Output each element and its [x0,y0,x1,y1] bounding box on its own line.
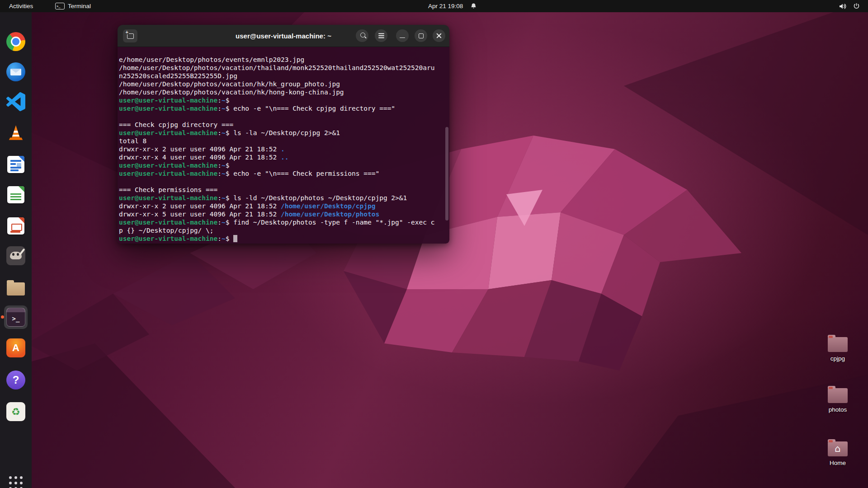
thunderbird-icon [6,62,25,81]
terminal-line: user@user-virtual-machine:~$ ls -la ~/De… [119,129,449,137]
vscode-icon [6,92,25,113]
gimp-icon [6,246,25,265]
activities-button[interactable]: Activities [6,0,36,12]
terminal-line: drwxr-xr-x 4 user user 4096 Apr 21 18:52… [119,153,449,161]
focused-app-label: Terminal [68,3,91,9]
menu-button[interactable] [375,29,387,42]
terminal-window: user@user-virtual-machine: ~ e/home/user… [118,25,449,244]
new-tab-icon [127,33,134,39]
hamburger-menu-icon [378,35,384,36]
libreoffice-writer-icon [6,155,25,174]
window-titlebar[interactable]: user@user-virtual-machine: ~ [118,25,449,47]
terminal-line: user@user-virtual-machine:~$ [119,235,449,243]
terminal-icon: >_ [6,308,25,327]
maximize-icon [419,33,424,38]
volume-icon [839,3,847,10]
dock-item-ubuntu-software[interactable]: A [3,335,28,361]
vlc-icon [6,123,25,144]
terminal-cursor [233,235,237,242]
dock-item-vscode[interactable] [3,90,28,115]
terminal-scrollbar[interactable] [445,127,448,221]
terminal-line: p {} ~/Desktop/cpjpg/ \; [119,226,449,235]
clock-label: Apr 21 19:08 [428,3,463,9]
dock-item-libreoffice-impress[interactable] [3,213,28,239]
folder-icon [828,388,848,403]
show-apps-icon [9,476,23,488]
system-tray[interactable] [837,0,862,12]
terminal-line: drwxr-xr-x 2 user user 4096 Apr 21 18:52… [119,202,449,210]
dock: >_A?♻ [0,12,32,488]
desktop-icon-label: photos [829,406,847,413]
terminal-line: user@user-virtual-machine:~$ echo -e "\n… [119,169,449,178]
terminal-line: /home/user/Desktop/photos/vacation/hk/ho… [119,88,449,96]
home-folder-icon: ⌂ [828,441,848,456]
dock-item-help[interactable]: ? [3,367,28,393]
desktop-icon-label: Home [830,460,846,466]
dock-item-gimp[interactable] [3,243,28,268]
dock-item-vlc[interactable] [3,121,28,146]
terminal-app-icon: >_ [55,3,65,9]
terminal-line: user@user-virtual-machine:~$ ls -ld ~/De… [119,194,449,202]
activities-label: Activities [9,3,33,9]
dock-item-show-apps[interactable] [3,470,28,488]
terminal-line: n252520scaled25255B225255D.jpg [119,72,449,80]
terminal-line: /home/user/Desktop/photos/vacation/hk/hk… [119,80,449,88]
search-button[interactable] [356,29,368,42]
dock-item-libreoffice-writer[interactable] [3,152,28,177]
desktop-icon-home[interactable]: ⌂Home [815,439,860,466]
ubuntu-software-icon: A [6,338,25,357]
terminal-line: total 8 [119,137,449,145]
top-bar: Activities >_ Terminal Apr 21 19:08 [0,0,868,12]
terminal-output[interactable]: e/home/user/Desktop/photos/events/emnlp2… [118,47,449,244]
terminal-line: /home/user/Desktop/photos/vacation/thail… [119,64,449,72]
desktop-screen: Activities >_ Terminal Apr 21 19:08 >_A?… [0,0,868,488]
terminal-line: === Check cpjpg directory === [119,121,449,129]
help-icon: ? [6,371,25,389]
terminal-line: user@user-virtual-machine:~$ echo -e "\n… [119,104,449,113]
chrome-icon [6,32,25,51]
notification-bell-icon [470,3,477,9]
clock-button[interactable]: Apr 21 19:08 [428,0,477,12]
new-tab-button[interactable] [123,29,137,42]
minimize-button[interactable] [396,29,409,42]
terminal-line [119,113,449,121]
terminal-line: e/home/user/Desktop/photos/events/emnlp2… [119,56,449,64]
close-button[interactable] [433,29,445,42]
power-icon [853,3,860,9]
close-icon [436,33,442,39]
desktop-icon-label: cpjpg [830,355,845,362]
terminal-line [119,178,449,186]
folder-emblem [829,387,833,389]
terminal-line: user@user-virtual-machine:~$ [119,96,449,104]
folder-icon [828,337,848,352]
terminal-line: drwxr-xr-x 2 user user 4096 Apr 21 18:52… [119,145,449,153]
terminal-line: user@user-virtual-machine:~$ [119,161,449,169]
terminal-line: user@user-virtual-machine:~$ find ~/Desk… [119,218,449,226]
dock-item-terminal[interactable]: >_ [3,305,28,330]
running-indicator [1,315,4,319]
dock-item-chrome[interactable] [3,29,28,54]
libreoffice-impress-icon [6,216,25,235]
maximize-button[interactable] [415,29,427,42]
desktop-icon-cpjpg[interactable]: cpjpg [815,334,860,362]
dock-item-libreoffice-calc[interactable] [3,182,28,207]
dock-item-thunderbird[interactable] [3,59,28,84]
files-icon [7,280,25,296]
minimize-icon [400,38,405,38]
libreoffice-calc-icon [6,185,25,204]
trash-icon: ♻ [6,402,25,421]
terminal-line: drwxr-xr-x 5 user user 4096 Apr 21 18:52… [119,210,449,218]
desktop-icon-photos[interactable]: photos [815,385,860,413]
search-icon [360,33,365,38]
terminal-line: === Check permissions === [119,186,449,194]
dock-item-trash[interactable]: ♻ [3,399,28,424]
focused-app-indicator[interactable]: >_ Terminal [52,0,94,12]
dock-item-files[interactable] [3,275,28,300]
folder-emblem [829,336,833,338]
house-glyph: ⌂ [828,441,848,456]
